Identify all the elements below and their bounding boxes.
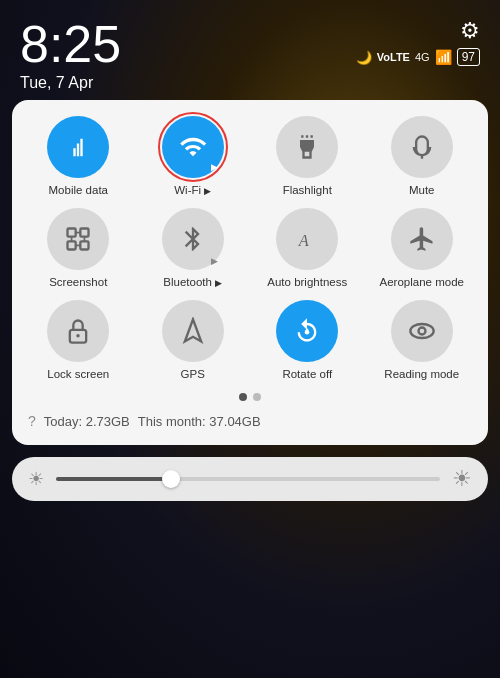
brightness-track[interactable] <box>56 477 440 481</box>
quick-panel: Mobile data ▶ Wi-Fi ▶ Flashlight <box>12 100 488 445</box>
mute-icon <box>408 133 436 161</box>
wifi-badge: ▶ <box>211 162 218 172</box>
aeroplane-icon-wrapper <box>391 208 453 270</box>
gps-label: GPS <box>181 368 205 382</box>
aeroplane-icon <box>408 225 436 253</box>
data-today: Today: 2.73GB <box>44 414 130 429</box>
date: Tue, 7 Apr <box>20 74 121 92</box>
svg-point-10 <box>77 334 81 338</box>
bluetooth-icon <box>179 225 207 253</box>
data-usage-row: ? Today: 2.73GB This month: 37.04GB <box>24 411 476 431</box>
brightness-thumb[interactable] <box>162 470 180 488</box>
reading-mode-icon-wrapper <box>391 300 453 362</box>
flashlight-icon-wrapper <box>276 116 338 178</box>
bt-badge: ▶ <box>211 256 218 266</box>
brightness-low-icon: ☀ <box>28 468 44 490</box>
svg-point-14 <box>418 327 425 334</box>
time-date: 8:25 Tue, 7 Apr <box>20 18 121 92</box>
gps-icon <box>179 317 207 345</box>
status-icons: 🌙 VoLTE 4G 📶 97 <box>356 48 480 66</box>
battery-icon: 97 <box>457 48 480 66</box>
tile-bluetooth[interactable]: ▶ Bluetooth ▶ <box>139 208 248 290</box>
svg-marker-11 <box>185 319 201 341</box>
aeroplane-label: Aeroplane mode <box>380 276 464 290</box>
dot-1 <box>239 393 247 401</box>
tile-lock-screen[interactable]: Lock screen <box>24 300 133 382</box>
tile-rotate-off[interactable]: Rotate off <box>253 300 362 382</box>
bluetooth-icon-wrapper: ▶ <box>162 208 224 270</box>
flashlight-label: Flashlight <box>283 184 332 198</box>
tile-flashlight[interactable]: Flashlight <box>253 116 362 198</box>
brightness-fill <box>56 477 171 481</box>
tile-screenshot[interactable]: Screenshot <box>24 208 133 290</box>
auto-brightness-icon-wrapper: A <box>276 208 338 270</box>
flashlight-icon <box>293 133 321 161</box>
tile-reading-mode[interactable]: Reading mode <box>368 300 477 382</box>
lock-screen-icon <box>64 317 92 345</box>
tile-aeroplane[interactable]: Aeroplane mode <box>368 208 477 290</box>
svg-rect-0 <box>68 228 76 236</box>
data-month: This month: 37.04GB <box>138 414 261 429</box>
screenshot-icon-wrapper <box>47 208 109 270</box>
gear-icon[interactable]: ⚙ <box>460 18 480 44</box>
wifi-icon <box>179 133 207 161</box>
mute-icon-wrapper <box>391 116 453 178</box>
gps-icon-wrapper <box>162 300 224 362</box>
bluetooth-label: Bluetooth ▶ <box>163 276 222 290</box>
tile-gps[interactable]: GPS <box>139 300 248 382</box>
4g-icon: 4G <box>415 51 430 63</box>
lock-screen-label: Lock screen <box>47 368 109 382</box>
rotate-off-icon <box>293 317 321 345</box>
tile-wifi[interactable]: ▶ Wi-Fi ▶ <box>139 116 248 198</box>
status-right: ⚙ 🌙 VoLTE 4G 📶 97 <box>356 18 480 66</box>
reading-mode-icon <box>408 317 436 345</box>
status-bar: 8:25 Tue, 7 Apr ⚙ 🌙 VoLTE 4G 📶 97 <box>0 0 500 100</box>
svg-rect-1 <box>81 228 89 236</box>
svg-rect-2 <box>68 241 76 249</box>
tile-mute[interactable]: Mute <box>368 116 477 198</box>
data-usage-icon: ? <box>28 413 36 429</box>
brightness-bar[interactable]: ☀ ☀ <box>12 457 488 501</box>
wifi-label: Wi-Fi ▶ <box>174 184 211 198</box>
clock: 8:25 <box>20 18 121 70</box>
tile-mobile-data[interactable]: Mobile data <box>24 116 133 198</box>
svg-point-13 <box>410 324 433 338</box>
svg-text:A: A <box>298 231 310 250</box>
brightness-high-icon: ☀ <box>452 466 472 492</box>
volte-icon: VoLTE <box>377 51 410 63</box>
tile-auto-brightness[interactable]: A Auto brightness <box>253 208 362 290</box>
screenshot-label: Screenshot <box>49 276 107 290</box>
page-dots <box>24 393 476 401</box>
mobile-data-icon-wrapper <box>47 116 109 178</box>
svg-rect-3 <box>81 241 89 249</box>
screenshot-icon <box>64 225 92 253</box>
signal-icon: 📶 <box>435 49 452 65</box>
auto-brightness-icon: A <box>293 225 321 253</box>
rotate-off-icon-wrapper <box>276 300 338 362</box>
auto-brightness-label: Auto brightness <box>267 276 347 290</box>
mobile-data-icon <box>64 133 92 161</box>
mute-label: Mute <box>409 184 435 198</box>
moon-icon: 🌙 <box>356 50 372 65</box>
rotate-off-label: Rotate off <box>282 368 332 382</box>
mobile-data-label: Mobile data <box>49 184 108 198</box>
reading-mode-label: Reading mode <box>384 368 459 382</box>
wifi-icon-wrapper: ▶ <box>162 116 224 178</box>
lock-screen-icon-wrapper <box>47 300 109 362</box>
dot-2 <box>253 393 261 401</box>
tiles-grid: Mobile data ▶ Wi-Fi ▶ Flashlight <box>24 116 476 381</box>
